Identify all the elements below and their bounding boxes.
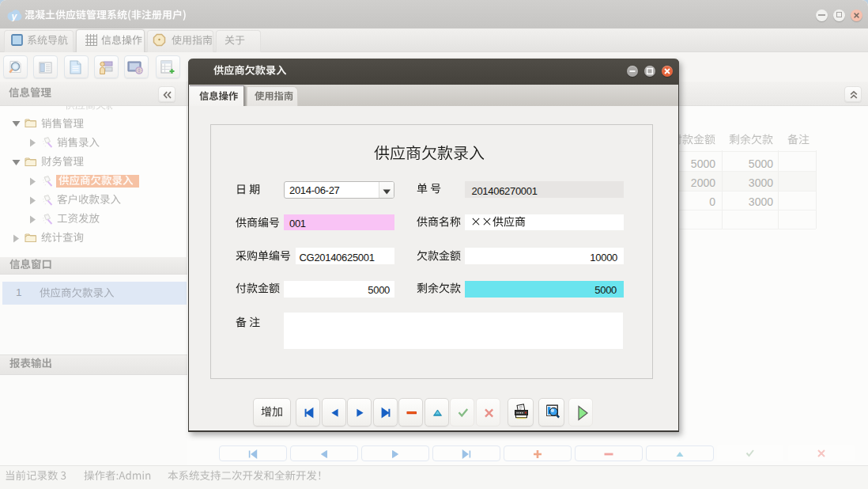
- svg-text:y: y: [10, 11, 17, 21]
